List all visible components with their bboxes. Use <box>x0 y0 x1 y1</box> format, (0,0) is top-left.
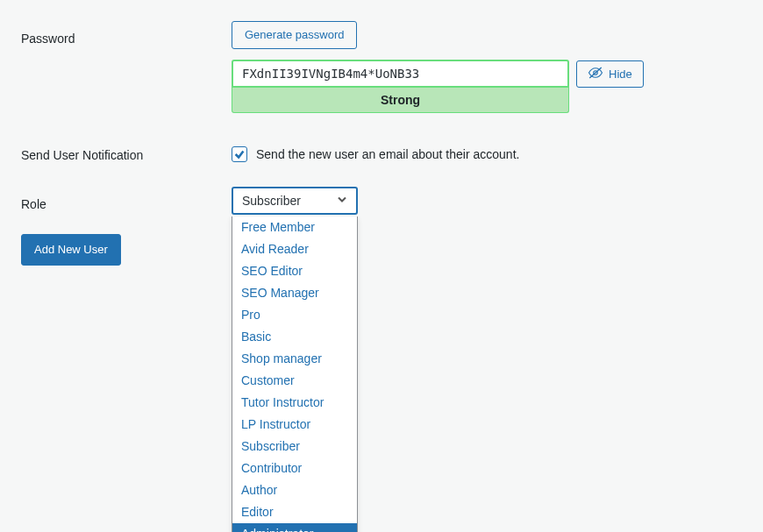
password-control: Generate password Hide Strong <box>232 21 742 113</box>
role-option[interactable]: Avid Reader <box>232 238 357 260</box>
role-option[interactable]: Editor <box>232 501 357 523</box>
password-label: Password <box>21 21 232 46</box>
notification-control: Send the new user an email about their a… <box>232 138 742 162</box>
notification-checkbox-label: Send the new user an email about their a… <box>256 147 519 161</box>
notification-checkbox[interactable] <box>232 146 247 162</box>
password-input-row: Hide <box>232 60 742 88</box>
hide-password-button[interactable]: Hide <box>576 60 644 88</box>
role-control: Subscriber Free MemberAvid ReaderSEO Edi… <box>232 187 742 215</box>
password-strength-meter: Strong <box>232 88 569 113</box>
role-label: Role <box>21 187 232 211</box>
role-option[interactable]: Pro <box>232 304 357 326</box>
role-option[interactable]: LP Instructor <box>232 414 357 436</box>
password-input[interactable] <box>232 60 569 88</box>
submit-row: Add New User <box>21 234 742 266</box>
check-icon <box>233 148 246 160</box>
password-wrapper: Hide Strong <box>232 60 742 113</box>
role-option[interactable]: SEO Manager <box>232 282 357 304</box>
role-select[interactable]: Subscriber <box>232 187 358 215</box>
add-new-user-button[interactable]: Add New User <box>21 234 121 266</box>
role-option[interactable]: Customer <box>232 370 357 392</box>
role-option[interactable]: Contributor <box>232 458 357 479</box>
role-option[interactable]: Shop manager <box>232 348 357 370</box>
role-option[interactable]: Tutor Instructor <box>232 392 357 414</box>
notification-checkbox-wrap: Send the new user an email about their a… <box>232 138 742 162</box>
password-row: Password Generate password Hide Strong <box>21 21 742 113</box>
role-option[interactable]: Free Member <box>232 216 357 238</box>
role-dropdown-list: Free MemberAvid ReaderSEO EditorSEO Mana… <box>232 216 358 532</box>
eye-slash-icon <box>588 67 603 82</box>
role-selected-value: Subscriber <box>242 194 301 208</box>
role-option[interactable]: SEO Editor <box>232 260 357 282</box>
notification-label: Send User Notification <box>21 138 232 162</box>
role-option[interactable]: Author <box>232 479 357 501</box>
role-select-wrap: Subscriber Free MemberAvid ReaderSEO Edi… <box>232 187 358 215</box>
role-option[interactable]: Subscriber <box>232 436 357 458</box>
role-row: Role Subscriber Free MemberAvid ReaderSE… <box>21 187 742 215</box>
generate-password-button[interactable]: Generate password <box>232 21 357 49</box>
chevron-down-icon <box>335 193 349 209</box>
hide-button-label: Hide <box>609 67 632 81</box>
role-option[interactable]: Administrator <box>232 523 357 532</box>
role-option[interactable]: Basic <box>232 326 357 348</box>
notification-row: Send User Notification Send the new user… <box>21 138 742 162</box>
